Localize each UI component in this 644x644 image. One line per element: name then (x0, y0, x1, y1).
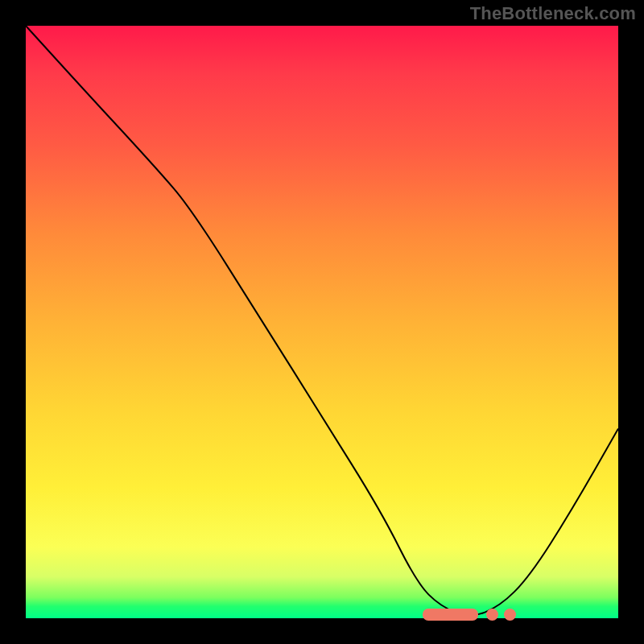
plot-area (26, 26, 618, 618)
chart-container: TheBottleneck.com (0, 0, 644, 644)
optimal-range-dot-end (504, 609, 516, 621)
optimal-range-bar (423, 609, 477, 621)
curve-path (26, 26, 618, 615)
optimal-range-dot (486, 609, 498, 621)
bottleneck-curve (26, 26, 618, 618)
attribution-label: TheBottleneck.com (470, 3, 636, 24)
